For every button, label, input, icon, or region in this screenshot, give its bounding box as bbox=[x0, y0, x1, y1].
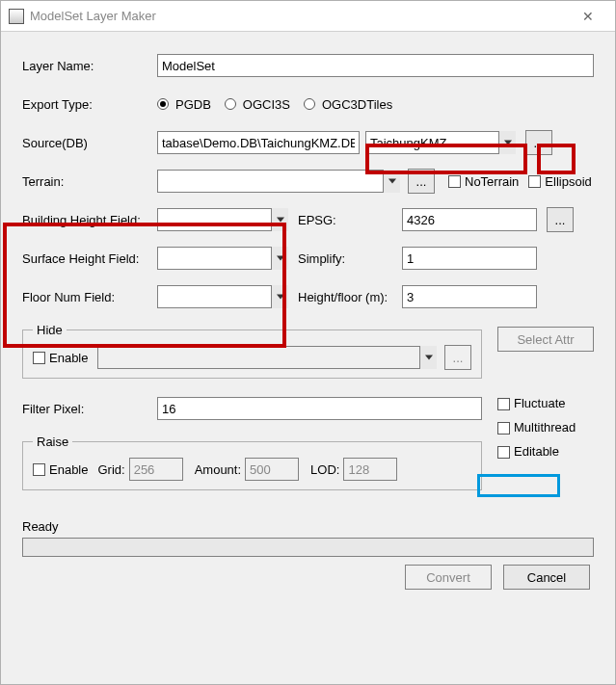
fluctuate-checkbox[interactable] bbox=[497, 398, 510, 410]
hide-browse-button: ... bbox=[444, 345, 471, 370]
source-db-browse-button[interactable]: ... bbox=[525, 130, 552, 155]
radio-ogc3dtiles[interactable] bbox=[304, 98, 315, 110]
radio-pgdb-label: PGDB bbox=[175, 97, 211, 112]
multithread-checkbox[interactable] bbox=[497, 422, 510, 435]
building-height-label: Building Height Field: bbox=[22, 213, 157, 227]
cancel-button[interactable]: Cancel bbox=[503, 565, 590, 590]
filter-pixel-label: Filter Pixel: bbox=[22, 402, 157, 416]
simplify-label: Simplify: bbox=[298, 251, 402, 266]
lod-label: LOD: bbox=[310, 462, 339, 477]
multithread-label: Multithread bbox=[514, 420, 576, 435]
ellipsoid-label: Ellipsoid bbox=[545, 174, 591, 189]
layer-name-label: Layer Name: bbox=[22, 59, 157, 73]
height-floor-label: Height/floor (m): bbox=[298, 290, 402, 304]
ellipsoid-checkbox[interactable] bbox=[528, 175, 541, 188]
lod-input bbox=[343, 458, 397, 481]
close-icon[interactable]: ✕ bbox=[569, 9, 607, 24]
amount-input bbox=[245, 458, 299, 481]
fluctuate-label: Fluctuate bbox=[514, 396, 565, 410]
radio-ogci3s-label: OGCI3S bbox=[243, 97, 290, 112]
hide-group: Hide Enable ... bbox=[22, 323, 482, 379]
titlebar: ModelSet Layer Maker ✕ bbox=[1, 1, 615, 32]
raise-group: Raise Enable Grid: Amount: LOD: bbox=[22, 435, 482, 490]
noterrain-checkbox[interactable] bbox=[448, 175, 461, 188]
hide-enable-label: Enable bbox=[49, 351, 88, 365]
source-db-table-select[interactable] bbox=[365, 131, 516, 154]
floor-num-select[interactable] bbox=[157, 285, 288, 308]
floor-num-label: Floor Num Field: bbox=[22, 290, 157, 304]
terrain-select[interactable] bbox=[157, 170, 400, 193]
app-icon bbox=[9, 9, 24, 24]
noterrain-label: NoTerrain bbox=[465, 174, 519, 189]
window: ModelSet Layer Maker ✕ Layer Name: Expor… bbox=[0, 0, 616, 685]
epsg-label: EPSG: bbox=[298, 213, 402, 227]
raise-legend: Raise bbox=[33, 435, 72, 449]
export-type-label: Export Type: bbox=[22, 97, 157, 112]
status-label: Ready bbox=[22, 519, 594, 534]
terrain-label: Terrain: bbox=[22, 174, 157, 189]
raise-enable-label: Enable bbox=[49, 462, 88, 477]
grid-label: Grid: bbox=[97, 462, 124, 477]
height-floor-input[interactable] bbox=[402, 285, 537, 308]
hide-legend: Hide bbox=[33, 323, 67, 337]
convert-button: Convert bbox=[405, 565, 492, 590]
amount-label: Amount: bbox=[195, 462, 241, 477]
hide-enable-checkbox[interactable] bbox=[33, 352, 45, 364]
epsg-input[interactable] bbox=[402, 208, 537, 231]
editable-label: Editable bbox=[514, 444, 559, 459]
surface-height-select[interactable] bbox=[157, 247, 288, 270]
dialog-body: Layer Name: Export Type: PGDB OGCI3S OGC… bbox=[1, 32, 615, 684]
editable-checkbox[interactable] bbox=[497, 446, 510, 459]
radio-ogci3s[interactable] bbox=[225, 98, 236, 110]
filter-pixel-input[interactable] bbox=[157, 397, 482, 420]
radio-ogc3dtiles-label: OGC3DTiles bbox=[322, 97, 392, 112]
hide-select bbox=[97, 346, 437, 369]
terrain-browse-button[interactable]: ... bbox=[408, 169, 435, 194]
simplify-input[interactable] bbox=[402, 247, 537, 270]
building-height-select[interactable] bbox=[157, 208, 288, 231]
surface-height-label: Surface Height Field: bbox=[22, 251, 157, 266]
window-title: ModelSet Layer Maker bbox=[30, 9, 569, 23]
epsg-browse-button[interactable]: ... bbox=[547, 207, 574, 232]
select-attr-button: Select Attr bbox=[497, 327, 594, 352]
layer-name-input[interactable] bbox=[157, 54, 594, 77]
source-db-path-input[interactable] bbox=[157, 131, 360, 154]
progress-bar bbox=[22, 538, 594, 557]
grid-input bbox=[129, 458, 183, 481]
raise-enable-checkbox[interactable] bbox=[33, 463, 45, 476]
radio-pgdb[interactable] bbox=[157, 98, 169, 110]
source-db-label: Source(DB) bbox=[22, 136, 157, 150]
